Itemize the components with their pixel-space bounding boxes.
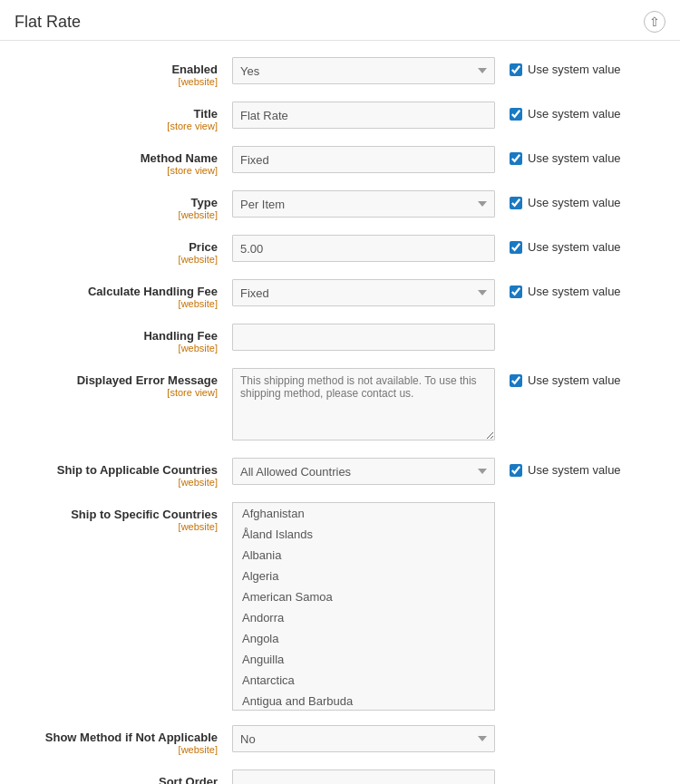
input-price[interactable] (232, 235, 495, 262)
collapse-button[interactable]: ⇧ (644, 11, 665, 33)
label-method_name: Method Name (15, 151, 218, 165)
checkbox-col-ship_to_specific_countries (495, 502, 640, 508)
input-col-sort_order (232, 769, 495, 784)
use-system-checkbox-calculate_handling_fee[interactable] (510, 286, 522, 298)
scope-title: [store view] (15, 121, 218, 131)
input-col-ship_to_specific_countries: AfghanistanÅland IslandsAlbaniaAlgeriaAm… (232, 502, 495, 711)
use-system-label-price[interactable]: Use system value (528, 240, 621, 254)
use-system-label-enabled[interactable]: Use system value (528, 63, 621, 76)
checkbox-col-enabled: Use system value (495, 57, 640, 76)
scope-enabled: [website] (15, 76, 218, 87)
label-col-ship_to_applicable_countries: Ship to Applicable Countries[website] (15, 458, 232, 488)
label-col-ship_to_specific_countries: Ship to Specific Countries[website] (15, 502, 232, 532)
label-calculate_handling_fee: Calculate Handling Fee (15, 285, 218, 298)
input-method_name[interactable] (232, 146, 495, 173)
scope-ship_to_specific_countries: [website] (15, 521, 218, 532)
form-row-type: Type[website]Per ItemPer OrderUse system… (0, 183, 680, 227)
checkbox-col-sort_order (495, 769, 640, 775)
checkbox-col-show_method_if_not_applicable (495, 725, 640, 731)
checkbox-col-type: Use system value (495, 190, 640, 209)
scope-show_method_if_not_applicable: [website] (15, 744, 218, 755)
checkbox-col-displayed_error_message: Use system value (495, 368, 640, 387)
use-system-label-calculate_handling_fee[interactable]: Use system value (528, 285, 621, 298)
select-ship_to_applicable_countries[interactable]: All Allowed CountriesSpecific Countries (232, 458, 495, 485)
use-system-checkbox-price[interactable] (510, 241, 522, 254)
list-item[interactable]: Algeria (233, 566, 494, 586)
select-enabled[interactable]: YesNo (232, 57, 495, 84)
list-item[interactable]: Åland Islands (233, 524, 494, 545)
use-system-label-displayed_error_message[interactable]: Use system value (528, 373, 621, 387)
label-displayed_error_message: Displayed Error Message (15, 373, 218, 387)
form-row-displayed_error_message: Displayed Error Message[store view]Use s… (0, 361, 680, 450)
use-system-label-type[interactable]: Use system value (528, 196, 621, 209)
label-col-enabled: Enabled[website] (15, 57, 232, 87)
form-row-method_name: Method Name[store view]Use system value (0, 139, 680, 183)
scope-handling_fee: [website] (15, 343, 218, 353)
form-row-enabled: Enabled[website]YesNoUse system value (0, 50, 680, 94)
label-show_method_if_not_applicable: Show Method if Not Applicable (15, 731, 218, 744)
label-col-method_name: Method Name[store view] (15, 146, 232, 176)
list-item[interactable]: American Samoa (233, 586, 494, 607)
checkbox-col-handling_fee (495, 324, 640, 329)
page-title: Flat Rate (15, 13, 81, 32)
list-item[interactable]: Anguilla (233, 649, 494, 670)
list-item[interactable]: Antarctica (233, 670, 494, 691)
list-item[interactable]: Andorra (233, 607, 494, 628)
form-container: Enabled[website]YesNoUse system valueTit… (0, 41, 680, 784)
label-title: Title (15, 107, 218, 121)
label-price: Price (15, 240, 218, 254)
label-ship_to_applicable_countries: Ship to Applicable Countries (15, 463, 218, 477)
listbox-ship_to_specific_countries[interactable]: AfghanistanÅland IslandsAlbaniaAlgeriaAm… (232, 502, 495, 711)
checkbox-col-price: Use system value (495, 235, 640, 254)
input-col-title (232, 102, 495, 129)
list-item[interactable]: Afghanistan (233, 503, 494, 524)
label-enabled: Enabled (15, 63, 218, 76)
use-system-checkbox-type[interactable] (510, 197, 522, 209)
form-row-calculate_handling_fee: Calculate Handling Fee[website]FixedPerc… (0, 272, 680, 316)
label-col-price: Price[website] (15, 235, 232, 265)
use-system-label-ship_to_applicable_countries[interactable]: Use system value (528, 463, 621, 477)
label-handling_fee: Handling Fee (15, 329, 218, 343)
form-row-show_method_if_not_applicable: Show Method if Not Applicable[website]No… (0, 718, 680, 762)
label-col-show_method_if_not_applicable: Show Method if Not Applicable[website] (15, 725, 232, 755)
textarea-displayed_error_message[interactable] (232, 368, 495, 440)
form-row-title: Title[store view]Use system value (0, 94, 680, 139)
input-handling_fee[interactable] (232, 324, 495, 351)
input-title[interactable] (232, 102, 495, 129)
checkbox-col-title: Use system value (495, 102, 640, 121)
use-system-checkbox-enabled[interactable] (510, 63, 522, 76)
scope-method_name: [store view] (15, 165, 218, 176)
select-calculate_handling_fee[interactable]: FixedPercent (232, 279, 495, 306)
input-sort_order[interactable] (232, 769, 495, 784)
input-col-enabled: YesNo (232, 57, 495, 84)
page-header: Flat Rate ⇧ (0, 0, 680, 41)
label-col-type: Type[website] (15, 190, 232, 220)
use-system-label-title[interactable]: Use system value (528, 107, 621, 121)
checkbox-col-method_name: Use system value (495, 146, 640, 165)
input-col-handling_fee (232, 324, 495, 351)
form-row-handling_fee: Handling Fee[website] (0, 316, 680, 361)
list-item[interactable]: Antigua and Barbuda (233, 691, 494, 711)
select-show_method_if_not_applicable[interactable]: NoYes (232, 725, 495, 752)
label-col-handling_fee: Handling Fee[website] (15, 324, 232, 353)
use-system-checkbox-method_name[interactable] (510, 152, 522, 165)
input-col-calculate_handling_fee: FixedPercent (232, 279, 495, 306)
label-type: Type (15, 196, 218, 209)
use-system-label-method_name[interactable]: Use system value (528, 151, 621, 165)
use-system-checkbox-ship_to_applicable_countries[interactable] (510, 464, 522, 477)
label-col-sort_order: Sort Order[website] (15, 769, 232, 784)
label-ship_to_specific_countries: Ship to Specific Countries (15, 508, 218, 521)
form-row-ship_to_applicable_countries: Ship to Applicable Countries[website]All… (0, 450, 680, 495)
scope-displayed_error_message: [store view] (15, 387, 218, 398)
use-system-checkbox-title[interactable] (510, 108, 522, 121)
input-col-show_method_if_not_applicable: NoYes (232, 725, 495, 752)
list-item[interactable]: Angola (233, 628, 494, 649)
list-item[interactable]: Albania (233, 545, 494, 566)
select-type[interactable]: Per ItemPer Order (232, 190, 495, 218)
label-col-title: Title[store view] (15, 102, 232, 131)
input-col-ship_to_applicable_countries: All Allowed CountriesSpecific Countries (232, 458, 495, 485)
use-system-checkbox-displayed_error_message[interactable] (510, 374, 522, 387)
input-col-method_name (232, 146, 495, 173)
form-row-sort_order: Sort Order[website] (0, 762, 680, 784)
input-col-type: Per ItemPer Order (232, 190, 495, 218)
